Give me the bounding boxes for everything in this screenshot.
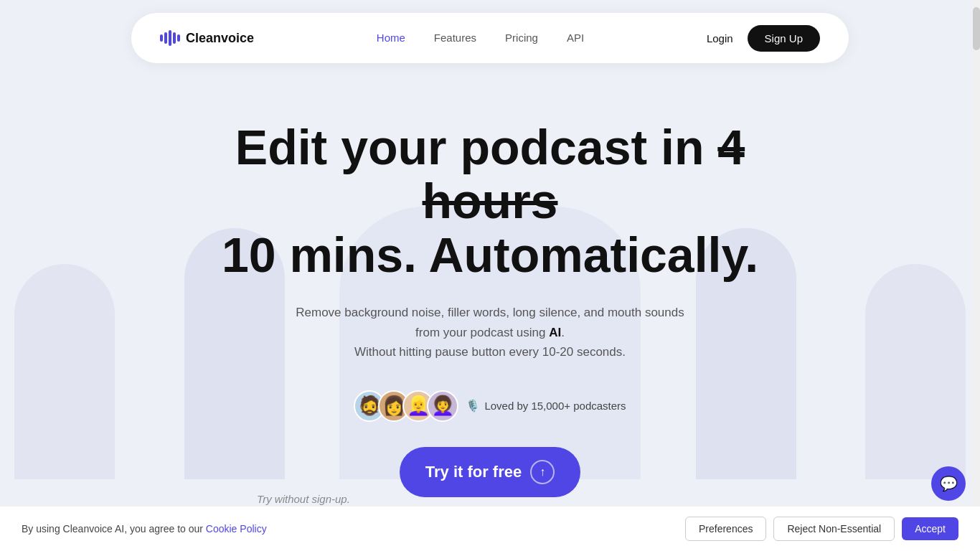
try-free-button[interactable]: Try it for free ↑ [400, 447, 580, 497]
signup-button[interactable]: Sign Up [748, 25, 820, 52]
reject-button[interactable]: Reject Non-Essential [773, 517, 895, 541]
chat-widget[interactable]: 💬 [931, 466, 966, 501]
avatar-stack: 🧔 👩 👱‍♀️ 👩‍🦱 [354, 390, 458, 422]
nav-links: Home Features Pricing API [377, 32, 584, 44]
nav-api[interactable]: API [567, 32, 584, 44]
hero-title: Edit your podcast in 4 hours 10 mins. Au… [203, 121, 777, 281]
nav-pricing[interactable]: Pricing [505, 32, 538, 44]
nav-home[interactable]: Home [377, 32, 405, 44]
logo-text: Cleanvoice [186, 31, 254, 46]
scrollbar[interactable] [973, 0, 980, 551]
scrollbar-thumb[interactable] [973, 7, 980, 50]
cookie-banner: By using Cleanvoice AI, you agree to our… [0, 506, 980, 551]
nav-features[interactable]: Features [434, 32, 476, 44]
cookie-text: By using Cleanvoice AI, you agree to our… [22, 523, 267, 534]
hero-subtitle: Remove background noise, filler words, l… [289, 303, 691, 362]
preferences-button[interactable]: Preferences [685, 517, 766, 541]
avatars-row: 🧔 👩 👱‍♀️ 👩‍🦱 🎙️ Loved by 15,000+ podcast… [14, 390, 966, 422]
strikethrough-text: 4 hours [423, 120, 745, 228]
hero-section: Edit your podcast in 4 hours 10 mins. Au… [0, 63, 980, 551]
navbar: Cleanvoice Home Features Pricing API Log… [131, 13, 849, 63]
arrow-up-icon: ↑ [530, 460, 555, 484]
try-free-label: Try it for free [425, 463, 522, 481]
cookie-policy-link[interactable]: Cookie Policy [206, 523, 267, 534]
hero-title-line2: 10 mins. Automatically. [222, 227, 758, 282]
chat-icon: 💬 [940, 475, 958, 492]
logo-icon [160, 30, 180, 46]
logo[interactable]: Cleanvoice [160, 30, 254, 46]
accept-button[interactable]: Accept [902, 517, 958, 540]
avatar-4: 👩‍🦱 [427, 390, 458, 422]
loved-text: 🎙️ Loved by 15,000+ podcasters [466, 399, 626, 413]
nav-right: Login Sign Up [707, 25, 820, 52]
login-button[interactable]: Login [707, 32, 733, 44]
cookie-buttons: Preferences Reject Non-Essential Accept [685, 517, 958, 541]
